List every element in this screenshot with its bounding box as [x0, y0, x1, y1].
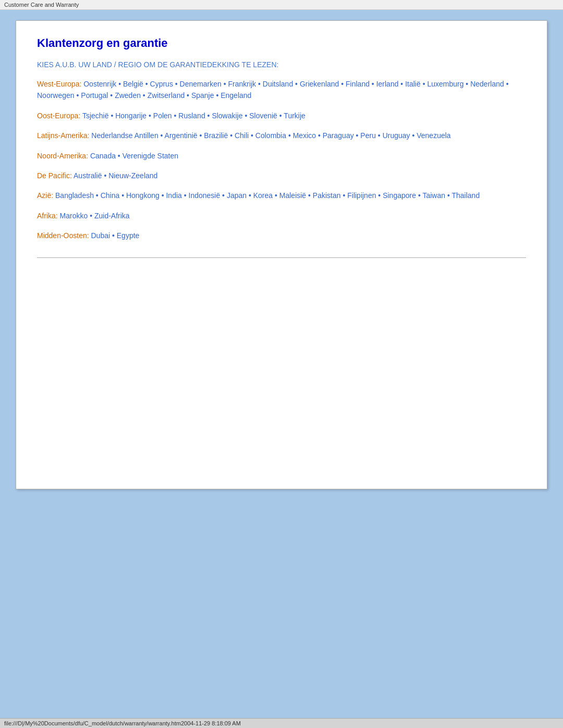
country-link-canada[interactable]: Canada [90, 152, 116, 160]
country-link-venezuela[interactable]: Venezuela [417, 131, 450, 140]
country-link-hongarije[interactable]: Hongarije [115, 112, 146, 120]
country-link-verenigde-staten[interactable]: Verenigde Staten [123, 152, 178, 160]
country-link-zuid-afrika[interactable]: Zuid-Afrika [94, 212, 130, 220]
country-link-maleisi-[interactable]: Maleisië [279, 191, 306, 200]
region-links-de-pacific[interactable]: Australië • Nieuw-Zeeland [74, 171, 157, 180]
country-link-marokko[interactable]: Marokko [60, 212, 88, 220]
region-label-de-pacific: De Pacific: [37, 171, 74, 180]
country-link-singapore[interactable]: Singapore [383, 191, 416, 200]
region-label-west-europa: West-Europa: [37, 80, 83, 88]
country-link-finland[interactable]: Finland [346, 80, 370, 88]
region-block-azie: Azië: Bangladesh • China • Hongkong • In… [37, 190, 526, 201]
country-link-colombia[interactable]: Colombia [255, 131, 286, 140]
region-label-midden-oosten: Midden-Oosten: [37, 231, 91, 240]
main-container: Klantenzorg en garantie KIES A.U.B. UW L… [16, 20, 547, 489]
country-link-peru[interactable]: Peru [360, 131, 376, 140]
status-bar-text: file:///D|/My%20Documents/dfu/C_model/du… [4, 720, 241, 726]
country-link-egypte[interactable]: Egypte [117, 231, 140, 240]
title-bar: Customer Care and Warranty [0, 0, 563, 10]
country-link-frankrijk[interactable]: Frankrijk [228, 80, 256, 88]
region-links-midden-oosten[interactable]: Dubai • Egypte [91, 231, 140, 240]
region-links-azie[interactable]: Bangladesh • China • Hongkong • India • … [55, 191, 480, 200]
country-link-dubai[interactable]: Dubai [91, 231, 111, 240]
country-link-thailand[interactable]: Thailand [451, 191, 480, 200]
region-label-oost-europa: Oost-Europa: [37, 112, 82, 120]
country-link-pakistan[interactable]: Pakistan [313, 191, 341, 200]
country-link-japan[interactable]: Japan [227, 191, 247, 200]
country-link-itali-[interactable]: Italië [405, 80, 421, 88]
country-link-sloveni-[interactable]: Slovenië [249, 112, 277, 120]
country-link-engeland[interactable]: Engeland [221, 91, 251, 100]
country-link-denemarken[interactable]: Denemarken [180, 80, 222, 88]
country-link-chili[interactable]: Chili [235, 131, 249, 140]
country-link-uruguay[interactable]: Uruguay [383, 131, 410, 140]
region-block-afrika: Afrika: Marokko • Zuid-Afrika [37, 210, 526, 221]
country-link-slowakije[interactable]: Slowakije [212, 112, 242, 120]
country-link-belgi-[interactable]: België [123, 80, 143, 88]
region-label-afrika: Afrika: [37, 212, 60, 220]
country-link-noorwegen[interactable]: Noorwegen [37, 91, 75, 100]
country-link-bangladesh[interactable]: Bangladesh [55, 191, 94, 200]
country-link-argentini-[interactable]: Argentinië [165, 131, 198, 140]
country-link-duitsland[interactable]: Duitsland [263, 80, 293, 88]
region-block-midden-oosten: Midden-Oosten: Dubai • Egypte [37, 230, 526, 241]
country-link-india[interactable]: India [166, 191, 181, 200]
country-link-taiwan[interactable]: Taiwan [422, 191, 445, 200]
country-link-hongkong[interactable]: Hongkong [126, 191, 160, 200]
country-link-mexico[interactable]: Mexico [293, 131, 316, 140]
title-bar-text: Customer Care and Warranty [4, 2, 79, 8]
country-link-polen[interactable]: Polen [153, 112, 172, 120]
country-link-zweden[interactable]: Zweden [115, 91, 141, 100]
country-link-korea[interactable]: Korea [253, 191, 273, 200]
country-link-griekenland[interactable]: Griekenland [300, 80, 339, 88]
country-link-luxemburg[interactable]: Luxemburg [427, 80, 463, 88]
country-link-nieuw-zeeland[interactable]: Nieuw-Zeeland [108, 171, 157, 180]
region-links-west-europa[interactable]: Oostenrijk • België • Cyprus • Denemarke… [37, 80, 509, 100]
country-link-paraguay[interactable]: Paraguay [323, 131, 354, 140]
page-subtitle: KIES A.U.B. UW LAND / REGIO OM DE GARANT… [37, 60, 526, 69]
region-label-noord-amerika: Noord-Amerika: [37, 152, 90, 160]
region-block-west-europa: West-Europa: Oostenrijk • België • Cypru… [37, 78, 526, 102]
country-link-indonesi-[interactable]: Indonesië [189, 191, 221, 200]
region-block-oost-europa: Oost-Europa: Tsjechië • Hongarije • Pole… [37, 110, 526, 121]
status-bar: file:///D|/My%20Documents/dfu/C_model/du… [0, 718, 563, 728]
region-block-de-pacific: De Pacific: Australië • Nieuw-Zeeland [37, 170, 526, 181]
separator [37, 257, 526, 258]
region-block-latijns-amerika: Latijns-Amerika: Nederlandse Antillen • … [37, 130, 526, 141]
country-link-brazili-[interactable]: Brazilië [204, 131, 228, 140]
country-link-turkije[interactable]: Turkije [284, 112, 305, 120]
country-link-ierland[interactable]: Ierland [376, 80, 399, 88]
region-links-oost-europa[interactable]: Tsjechië • Hongarije • Polen • Rusland •… [82, 112, 305, 120]
country-link-cyprus[interactable]: Cyprus [150, 80, 173, 88]
page-title: Klantenzorg en garantie [37, 36, 526, 50]
country-link-zwitserland[interactable]: Zwitserland [148, 91, 185, 100]
country-link-filipijnen[interactable]: Filipijnen [347, 191, 376, 200]
country-link-nederland[interactable]: Nederland [470, 80, 504, 88]
region-links-afrika[interactable]: Marokko • Zuid-Afrika [60, 212, 130, 220]
country-link-oostenrijk[interactable]: Oostenrijk [83, 80, 116, 88]
country-link-china[interactable]: China [101, 191, 120, 200]
country-link-rusland[interactable]: Rusland [178, 112, 205, 120]
region-block-noord-amerika: Noord-Amerika: Canada • Verenigde Staten [37, 150, 526, 162]
country-link-australi-[interactable]: Australië [74, 171, 102, 180]
region-links-noord-amerika[interactable]: Canada • Verenigde Staten [90, 152, 178, 160]
country-link-nederlandse-antillen[interactable]: Nederlandse Antillen [91, 131, 158, 140]
country-link-portugal[interactable]: Portugal [81, 91, 108, 100]
country-link-spanje[interactable]: Spanje [191, 91, 214, 100]
region-label-latijns-amerika: Latijns-Amerika: [37, 131, 91, 140]
region-label-azie: Azië: [37, 191, 55, 200]
region-links-latijns-amerika[interactable]: Nederlandse Antillen • Argentinië • Braz… [91, 131, 450, 140]
country-link-tsjechi-[interactable]: Tsjechië [82, 112, 109, 120]
regions-container: West-Europa: Oostenrijk • België • Cypru… [37, 78, 526, 242]
